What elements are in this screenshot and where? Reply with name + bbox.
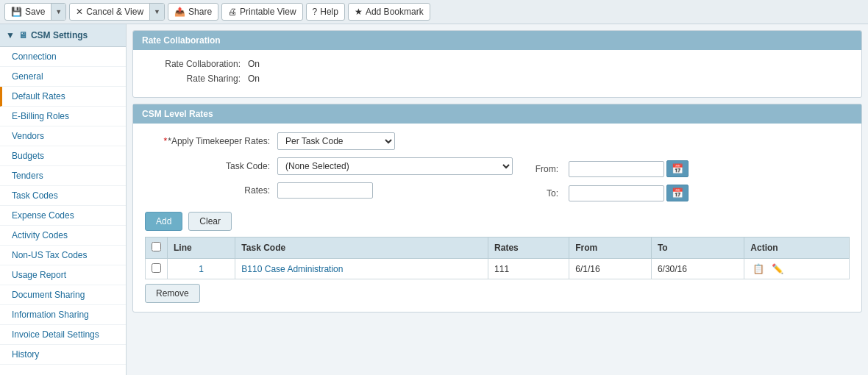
task-code-row: Task Code: (None Selected) B110 Case Adm… (145, 157, 513, 175)
rate-sharing-label: Rate Sharing: (145, 74, 248, 84)
sidebar-item-information-sharing[interactable]: Information Sharing (0, 305, 126, 325)
rates-table: Line Task Code Rates From To Action (145, 237, 850, 279)
cancel-icon: ✕ (76, 7, 83, 17)
rates-label: Rates: (145, 185, 277, 196)
sidebar-item-task-codes[interactable]: Task Codes (0, 186, 126, 206)
rate-sharing-value: On (248, 74, 260, 84)
print-icon: 🖨 (228, 7, 237, 17)
col-to: To (651, 238, 744, 259)
rates-row: Rates: (145, 182, 513, 199)
table-header: Line Task Code Rates From To Action (146, 238, 850, 259)
csm-level-rates-body: **Apply Timekeeper Rates: Per Task Code … (133, 124, 861, 312)
rate-collaboration-header: Rate Collaboration (133, 31, 861, 50)
save-label: Save (25, 7, 45, 17)
csm-level-rates-panel: CSM Level Rates **Apply Timekeeper Rates… (132, 104, 862, 312)
row-actions: 📋 ✏️ (744, 259, 850, 279)
edit-row-button[interactable]: ✏️ (769, 262, 786, 275)
from-date-input[interactable] (569, 161, 664, 177)
cancel-view-arrow[interactable]: ▼ (149, 4, 164, 20)
sidebar: ▼ 🖥 CSM Settings Connection General Defa… (0, 24, 127, 375)
rate-collaboration-body: Rate Collaboration: On Rate Sharing: On (133, 50, 861, 97)
sidebar-item-tenders[interactable]: Tenders (0, 166, 126, 186)
row-line: 1 (168, 259, 235, 279)
required-indicator: * (164, 136, 168, 146)
sidebar-item-activity-codes[interactable]: Activity Codes (0, 226, 126, 246)
printable-view-button[interactable]: 🖨 Printable View (221, 3, 303, 21)
row-checkbox-cell (146, 259, 168, 279)
task-code-select[interactable]: (None Selected) B110 Case Administration (277, 157, 513, 175)
select-all-checkbox[interactable] (152, 242, 161, 251)
rates-input[interactable] (277, 182, 373, 199)
rate-collaboration-value: On (248, 59, 260, 69)
sidebar-item-non-us-tax-codes[interactable]: Non-US Tax Codes (0, 246, 126, 265)
sidebar-item-history[interactable]: History (0, 345, 126, 365)
row-checkbox[interactable] (152, 263, 161, 273)
apply-timekeeper-label: **Apply Timekeeper Rates: (145, 136, 277, 146)
help-button[interactable]: ? Help (306, 3, 345, 21)
save-icon: 💾 (11, 7, 22, 17)
sidebar-item-general[interactable]: General (0, 67, 126, 87)
row-from: 6/1/16 (569, 259, 652, 279)
share-icon: 📤 (174, 7, 185, 17)
sidebar-item-expense-codes[interactable]: Expense Codes (0, 206, 126, 226)
col-action: Action (744, 238, 850, 259)
rate-collaboration-panel: Rate Collaboration Rate Collaboration: O… (132, 30, 862, 98)
main-layout: ▼ 🖥 CSM Settings Connection General Defa… (0, 24, 868, 375)
to-calendar-button[interactable]: 📅 (666, 185, 689, 201)
sidebar-item-ebilling-roles[interactable]: E-Billing Roles (0, 107, 126, 126)
apply-timekeeper-row: **Apply Timekeeper Rates: Per Task Code … (145, 132, 850, 150)
action-buttons: Add Clear (145, 212, 850, 231)
sidebar-header-label: CSM Settings (31, 30, 88, 40)
col-rates: Rates (488, 238, 569, 259)
rate-sharing-field-row: Rate Sharing: On (145, 74, 850, 84)
sidebar-header[interactable]: ▼ 🖥 CSM Settings (0, 24, 126, 47)
to-date-wrapper: 📅 (569, 185, 689, 201)
row-to: 6/30/16 (651, 259, 744, 279)
rate-collaboration-label: Rate Collaboration: (145, 59, 248, 69)
row-rates: 111 (488, 259, 569, 279)
cancel-view-main[interactable]: ✕ Cancel & View (70, 4, 149, 20)
sidebar-item-invoice-detail-settings[interactable]: Invoice Detail Settings (0, 325, 126, 345)
chevron-down-icon: ▼ (6, 30, 15, 40)
to-date-input[interactable] (569, 185, 664, 201)
remove-button[interactable]: Remove (145, 284, 200, 303)
clear-button[interactable]: Clear (188, 212, 232, 231)
left-fields: Task Code: (None Selected) B110 Case Adm… (145, 157, 513, 206)
from-date-wrapper: 📅 (569, 160, 689, 177)
col-line: Line (168, 238, 235, 259)
col-task-code: Task Code (235, 238, 488, 259)
csm-level-rates-header: CSM Level Rates (133, 104, 861, 124)
add-button[interactable]: Add (145, 212, 182, 231)
task-code-label: Task Code: (145, 161, 277, 171)
table-row: 1 B110 Case Administration 111 6/1/16 6/… (146, 259, 850, 279)
content-area: Rate Collaboration Rate Collaboration: O… (127, 24, 868, 375)
share-button[interactable]: 📤 Share (168, 3, 218, 21)
sidebar-item-connection[interactable]: Connection (0, 47, 126, 67)
col-from: From (569, 238, 652, 259)
sidebar-item-document-sharing[interactable]: Document Sharing (0, 285, 126, 305)
from-row: From: 📅 (527, 160, 850, 177)
save-arrow[interactable]: ▼ (51, 4, 65, 20)
save-button-group[interactable]: 💾 Save ▼ (4, 3, 66, 21)
sidebar-item-vendors[interactable]: Vendors (0, 126, 126, 146)
sidebar-item-usage-report[interactable]: Usage Report (0, 265, 126, 285)
sidebar-item-default-rates[interactable]: Default Rates (0, 87, 126, 107)
sidebar-item-budgets[interactable]: Budgets (0, 146, 126, 166)
from-calendar-button[interactable]: 📅 (666, 160, 689, 177)
remove-btn-area: Remove (145, 284, 850, 303)
from-label: From: (527, 164, 564, 174)
cancel-view-label: Cancel & View (86, 7, 143, 17)
add-bookmark-button[interactable]: ★ Add Bookmark (348, 3, 430, 21)
toolbar: 💾 Save ▼ ✕ Cancel & View ▼ 📤 Share 🖨 Pri… (0, 0, 868, 24)
save-main[interactable]: 💾 Save (5, 4, 51, 20)
help-icon: ? (313, 7, 318, 17)
copy-row-button[interactable]: 📋 (750, 262, 766, 275)
bookmark-icon: ★ (355, 7, 363, 17)
table-body: 1 B110 Case Administration 111 6/1/16 6/… (146, 259, 850, 279)
col-checkbox (146, 238, 168, 259)
cancel-view-button-group[interactable]: ✕ Cancel & View ▼ (69, 3, 165, 21)
settings-icon: 🖥 (18, 30, 27, 40)
apply-timekeeper-select[interactable]: Per Task Code Per Timekeeper Per Matter (277, 132, 395, 150)
rate-collaboration-field-row: Rate Collaboration: On (145, 59, 850, 69)
row-task-code: B110 Case Administration (235, 259, 488, 279)
